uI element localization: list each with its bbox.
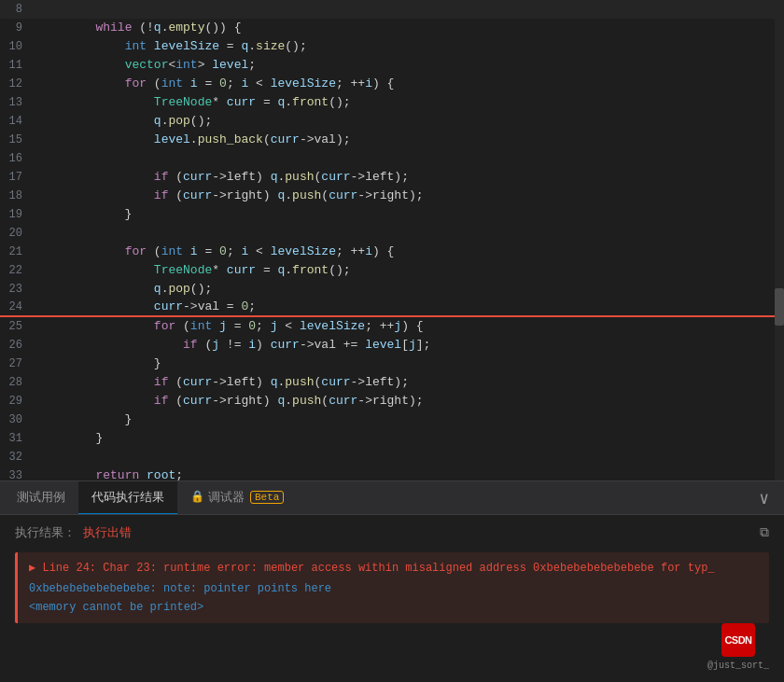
line-number: 18 [0,187,37,205]
line-content: } [37,429,777,448]
tab-label: 代码执行结果 [91,489,164,506]
code-line: 27 } [0,355,784,373]
code-line: 17 if (curr->left) q.push(curr->left); [0,168,784,187]
line-number: 11 [0,56,37,75]
line-number: 10 [0,37,37,56]
tab-label: 调试器 [208,489,245,506]
line-content: level.push_back(curr->val); [37,131,777,149]
line-content: } [37,355,777,373]
code-line: 25 for (int j = 0; j < levelSize; ++j) { [0,317,784,336]
line-number: 25 [0,317,37,336]
code-line: 11 vector<int> level; [0,56,784,75]
code-line: 18 if (curr->right) q.push(curr->right); [0,187,784,205]
bottom-tabs: 测试用例代码执行结果🔒调试器Beta∨ [0,480,784,514]
line-content: q.pop(); [37,280,777,299]
line-number: 9 [0,19,37,37]
line-number: 17 [0,168,37,187]
code-line: 15 level.push_back(curr->val); [0,131,784,149]
output-status: 执行出错 [83,524,132,541]
line-number: 8 [0,0,37,19]
line-content: if (curr->left) q.push(curr->left); [37,373,777,392]
code-editor: 8 9 while (!q.empty()) {10 int levelSize… [0,0,784,480]
tab-code-result[interactable]: 代码执行结果 [78,481,177,515]
line-number: 20 [0,224,37,243]
tabs-expand-button[interactable]: ∨ [748,488,780,508]
csdn-logo: CSDN [721,623,755,657]
line-content: TreeNode* curr = q.front(); [37,261,777,280]
scroll-thumb[interactable] [775,288,784,326]
line-content: q.pop(); [37,112,777,131]
code-line: 22 TreeNode* curr = q.front(); [0,261,784,280]
line-content: TreeNode* curr = q.front(); [37,93,777,112]
code-line: 10 int levelSize = q.size(); [0,37,784,56]
csdn-brand: CSDN @just_sort_ [707,623,769,671]
tab-label: 测试用例 [17,489,65,506]
line-content: while (!q.empty()) { [37,19,777,37]
code-line: 8 [0,0,784,19]
output-label: 执行结果： [15,524,76,541]
line-number: 19 [0,205,37,224]
csdn-handle: @just_sort_ [707,661,769,671]
line-number: 15 [0,131,37,149]
line-content [37,0,777,19]
line-content: for (int j = 0; j < levelSize; ++j) { [37,317,777,336]
output-header: 执行结果： 执行出错 ⧉ [15,524,769,541]
line-content: for (int i = 0; i < levelSize; ++i) { [37,75,777,93]
error-note2: <memory cannot be printed> [29,599,758,616]
code-line: 31 } [0,429,784,448]
beta-badge: Beta [250,491,284,504]
copy-icon[interactable]: ⧉ [760,525,769,540]
line-content: } [37,411,777,429]
line-number: 16 [0,149,37,168]
code-line: 32 [0,448,784,466]
tab-debugger[interactable]: 🔒调试器Beta [177,481,297,515]
line-number: 33 [0,466,37,480]
line-content: if (curr->left) q.push(curr->left); [37,168,777,187]
error-block: ▶ Line 24: Char 23: runtime error: membe… [15,552,769,623]
output-panel: 执行结果： 执行出错 ⧉ ▶ Line 24: Char 23: runtime… [0,514,784,682]
line-content [37,149,777,168]
code-line: 21 for (int i = 0; i < levelSize; ++i) { [0,243,784,261]
code-line: 20 [0,224,784,243]
line-content: return root; [37,466,777,480]
tab-test-cases[interactable]: 测试用例 [4,481,78,515]
code-line: 29 if (curr->right) q.push(curr->right); [0,392,784,411]
line-number: 27 [0,355,37,373]
code-line: 16 [0,149,784,168]
lock-icon: 🔒 [190,490,204,504]
line-number: 31 [0,429,37,448]
line-number: 30 [0,411,37,429]
code-lines: 8 9 while (!q.empty()) {10 int levelSize… [0,0,784,480]
line-content: if (j != i) curr->val += level[j]; [37,336,777,355]
line-content [37,448,777,466]
scroll-indicator[interactable] [775,0,784,480]
code-line: 24 curr->val = 0; [0,299,784,317]
code-line: 9 while (!q.empty()) { [0,19,784,37]
line-number: 22 [0,261,37,280]
code-line: 13 TreeNode* curr = q.front(); [0,93,784,112]
code-line: 30 } [0,411,784,429]
line-content: curr->val = 0; [37,298,777,316]
line-number: 12 [0,75,37,93]
line-content [37,224,777,243]
code-line: 12 for (int i = 0; i < levelSize; ++i) { [0,75,784,93]
line-number: 29 [0,392,37,411]
line-content: if (curr->right) q.push(curr->right); [37,187,777,205]
line-number: 28 [0,373,37,392]
error-main-line: ▶ Line 24: Char 23: runtime error: membe… [29,560,758,577]
code-line: 33 return root; [0,466,784,480]
code-line: 19 } [0,205,784,224]
line-number: 23 [0,280,37,299]
line-number: 14 [0,112,37,131]
line-content: for (int i = 0; i < levelSize; ++i) { [37,243,777,261]
line-content: vector<int> level; [37,56,777,75]
code-line: 26 if (j != i) curr->val += level[j]; [0,336,784,355]
code-line: 28 if (curr->left) q.push(curr->left); [0,373,784,392]
line-number: 13 [0,93,37,112]
line-content: } [37,205,777,224]
line-number: 32 [0,448,37,466]
error-note1: 0xbebebebebebebebe: note: pointer points… [29,580,758,597]
line-number: 21 [0,243,37,261]
line-number: 26 [0,336,37,355]
code-line: 14 q.pop(); [0,112,784,131]
